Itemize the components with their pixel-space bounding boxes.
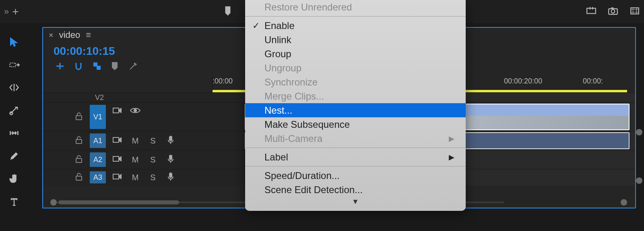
submenu-arrow-icon: ▶: [449, 153, 454, 162]
lock-icon[interactable]: [75, 173, 84, 182]
menu-unlink[interactable]: Unlink: [245, 33, 466, 47]
svg-rect-20: [169, 173, 172, 178]
camera-icon[interactable]: [608, 6, 618, 18]
add-panel-button[interactable]: +: [12, 5, 19, 18]
menu-merge-clips: Merge Clips...: [245, 89, 466, 103]
menu-enable[interactable]: ✓Enable: [245, 19, 466, 33]
menu-speed-duration[interactable]: Speed/Duration...: [245, 169, 466, 183]
track-label-a2[interactable]: A2: [90, 152, 106, 167]
menu-separator: [245, 148, 466, 148]
ruler-tick: :00:00: [213, 77, 233, 85]
svg-rect-16: [113, 156, 119, 161]
svg-rect-19: [113, 174, 119, 179]
selection-tool[interactable]: [6, 35, 22, 49]
ripple-edit-tool[interactable]: [6, 81, 22, 95]
solo-button[interactable]: S: [147, 136, 159, 146]
mute-button[interactable]: M: [129, 136, 141, 146]
track-label-a1[interactable]: A1: [90, 133, 106, 148]
close-sequence-button[interactable]: ×: [49, 31, 54, 40]
svg-rect-3: [611, 7, 613, 8]
sync-lock-icon[interactable]: [111, 107, 124, 116]
sync-lock-icon[interactable]: [111, 155, 124, 164]
sequence-name[interactable]: video: [59, 30, 80, 40]
checkmark-icon: ✓: [252, 21, 260, 31]
svg-rect-8: [97, 66, 101, 70]
lock-icon[interactable]: [75, 155, 84, 164]
mute-button[interactable]: M: [129, 173, 141, 182]
mute-button[interactable]: M: [129, 155, 141, 164]
filmstrip-icon[interactable]: [630, 6, 640, 18]
svg-point-11: [134, 109, 137, 112]
lock-icon[interactable]: [75, 112, 84, 122]
menu-nest[interactable]: Nest...: [245, 103, 466, 117]
slip-tool[interactable]: [6, 126, 22, 140]
pen-tool[interactable]: [6, 149, 22, 163]
ruler-tick: 00:00:: [583, 77, 603, 85]
vscroll-handle-icon[interactable]: [636, 177, 642, 184]
track-label-a3[interactable]: A3: [90, 171, 106, 183]
solo-button[interactable]: S: [147, 173, 159, 182]
export-frame-icon[interactable]: [586, 6, 597, 18]
panel-menu-icon[interactable]: ≡: [86, 30, 91, 40]
sync-lock-icon[interactable]: [111, 173, 124, 182]
track-label-v1[interactable]: V1: [90, 105, 106, 129]
sync-lock-icon[interactable]: [111, 136, 124, 146]
menu-separator: [245, 16, 466, 17]
type-tool[interactable]: [6, 195, 22, 209]
menu-make-subsequence[interactable]: Make Subsequence: [245, 117, 466, 131]
voiceover-icon[interactable]: [165, 135, 177, 146]
lock-icon[interactable]: [75, 136, 84, 146]
tool-panel: [0, 23, 28, 208]
menu-separator: [245, 166, 466, 166]
track-label-v2[interactable]: V2: [91, 93, 107, 102]
svg-rect-5: [10, 63, 16, 67]
svg-rect-12: [76, 139, 82, 144]
menu-restore-unrendered: Restore Unrendered: [245, 0, 466, 14]
submenu-arrow-icon: ▶: [449, 134, 454, 143]
timeline-settings-button[interactable]: [128, 61, 138, 73]
svg-rect-14: [169, 136, 172, 141]
svg-rect-17: [169, 155, 172, 160]
svg-rect-15: [76, 158, 82, 162]
hand-tool[interactable]: [6, 172, 22, 186]
add-marker-button[interactable]: [111, 61, 119, 73]
zoom-handle-right-icon[interactable]: [621, 199, 627, 206]
voiceover-icon[interactable]: [165, 172, 177, 183]
ruler-tick: 00:00:20:00: [504, 77, 542, 85]
svg-point-2: [611, 9, 615, 13]
track-select-tool[interactable]: [6, 58, 22, 72]
snap-toggle[interactable]: [74, 61, 83, 73]
menu-group[interactable]: Group: [245, 47, 466, 61]
menu-scroll-down-icon[interactable]: ▼: [245, 197, 466, 207]
svg-rect-9: [76, 116, 82, 120]
solo-button[interactable]: S: [147, 155, 159, 164]
svg-rect-0: [587, 8, 596, 13]
marker-icon[interactable]: [223, 6, 232, 17]
vscroll-handle-icon[interactable]: [636, 129, 642, 135]
razor-tool[interactable]: [6, 104, 22, 118]
toggle-track-output-icon[interactable]: [129, 107, 141, 116]
menu-multi-camera: Multi-Camera▶: [245, 131, 466, 146]
linked-selection-toggle[interactable]: [92, 61, 102, 73]
voiceover-icon[interactable]: [165, 154, 177, 165]
clip-context-menu: Restore Unrendered ✓Enable Unlink Group …: [245, 0, 466, 211]
menu-label[interactable]: Label▶: [245, 150, 466, 164]
menu-scene-edit-detection[interactable]: Scene Edit Detection...: [245, 183, 466, 197]
scrollbar-thumb[interactable]: [58, 200, 179, 204]
insert-overwrite-toggle[interactable]: [55, 61, 65, 73]
svg-rect-13: [113, 137, 119, 142]
zoom-handle-left-icon[interactable]: [50, 199, 57, 206]
svg-rect-10: [113, 108, 119, 113]
svg-rect-4: [631, 8, 639, 14]
menu-ungroup: Ungroup: [245, 61, 466, 75]
menu-synchronize: Synchronize: [245, 75, 466, 89]
chevrons-icon[interactable]: »: [4, 6, 9, 17]
svg-rect-18: [76, 176, 82, 180]
